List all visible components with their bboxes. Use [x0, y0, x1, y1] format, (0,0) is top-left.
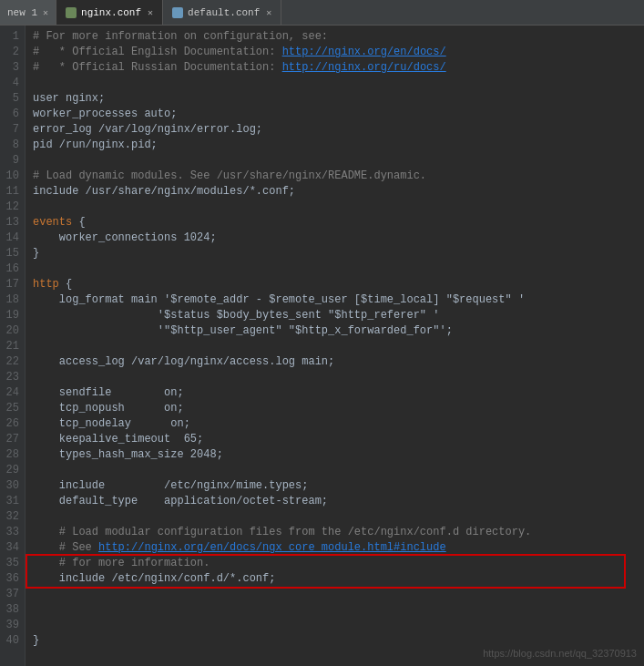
- line-number-16: 16: [4, 261, 19, 277]
- default-conf-close[interactable]: ✕: [266, 7, 271, 18]
- line-number-17: 17: [4, 277, 19, 292]
- code-line-32: [33, 509, 637, 525]
- code-line-26: tcp_nodelay on;: [33, 416, 637, 432]
- code-line-13: events {: [33, 215, 637, 231]
- line-number-19: 19: [4, 308, 19, 323]
- code-line-8: pid /run/nginx.pid;: [33, 138, 637, 153]
- watermark: https://blog.csdn.net/qq_32370913: [483, 648, 637, 659]
- line-number-37: 37: [4, 587, 19, 602]
- code-line-29: [33, 463, 637, 478]
- line-number-18: 18: [4, 292, 19, 308]
- editor: 1234567891011121314151617181920212223242…: [0, 26, 644, 666]
- code-line-36: include /etc/nginx/conf.d/*.conf;: [33, 571, 637, 587]
- code-line-40: }: [33, 633, 637, 649]
- line-number-7: 7: [4, 122, 19, 138]
- line-number-10: 10: [4, 169, 19, 184]
- code-line-19: '$status $body_bytes_sent "$http_referer…: [33, 308, 637, 323]
- nginx-conf-icon: [66, 7, 77, 18]
- code-line-12: [33, 200, 637, 215]
- new-tab[interactable]: new 1 ✕: [0, 0, 56, 25]
- code-line-15: }: [33, 246, 637, 261]
- code-line-9: [33, 153, 637, 169]
- code-line-23: [33, 370, 637, 385]
- code-line-33: # Load modular configuration files from …: [33, 525, 637, 540]
- line-number-21: 21: [4, 339, 19, 354]
- line-number-35: 35: [4, 556, 19, 571]
- code-line-10: # Load dynamic modules. See /usr/share/n…: [33, 169, 637, 184]
- line-numbers: 1234567891011121314151617181920212223242…: [0, 26, 26, 666]
- new-tab-label: new 1: [7, 7, 37, 18]
- nginx-conf-close[interactable]: ✕: [148, 7, 153, 18]
- code-line-22: access_log /var/log/nginx/access.log mai…: [33, 354, 637, 370]
- line-number-23: 23: [4, 370, 19, 385]
- line-number-32: 32: [4, 509, 19, 525]
- code-line-18: log_format main '$remote_addr - $remote_…: [33, 292, 637, 308]
- code-line-37: [33, 587, 637, 602]
- code-line-14: worker_connections 1024;: [33, 231, 637, 246]
- line-number-36: 36: [4, 571, 19, 587]
- tab-nginx-conf[interactable]: nginx.conf ✕: [56, 0, 163, 25]
- tab-bar: new 1 ✕ nginx.conf ✕ default.conf ✕: [0, 0, 644, 26]
- code-line-11: include /usr/share/nginx/modules/*.conf;: [33, 184, 637, 200]
- code-line-7: error_log /var/log/nginx/error.log;: [33, 122, 637, 138]
- line-number-27: 27: [4, 432, 19, 447]
- code-line-4: [33, 76, 637, 91]
- line-number-13: 13: [4, 215, 19, 231]
- line-number-11: 11: [4, 184, 19, 200]
- line-number-33: 33: [4, 525, 19, 540]
- code-line-21: [33, 339, 637, 354]
- line-number-5: 5: [4, 91, 19, 107]
- line-number-26: 26: [4, 416, 19, 432]
- code-line-28: types_hash_max_size 2048;: [33, 447, 637, 463]
- default-conf-icon: [172, 7, 183, 18]
- line-number-4: 4: [4, 76, 19, 91]
- new-tab-close[interactable]: ✕: [43, 7, 48, 18]
- code-line-24: sendfile on;: [33, 385, 637, 401]
- code-line-31: default_type application/octet-stream;: [33, 494, 637, 509]
- code-line-27: keepalive_timeout 65;: [33, 432, 637, 447]
- line-number-40: 40: [4, 633, 19, 649]
- line-number-29: 29: [4, 463, 19, 478]
- line-number-20: 20: [4, 323, 19, 339]
- code-line-16: [33, 261, 637, 277]
- line-number-8: 8: [4, 138, 19, 153]
- line-number-39: 39: [4, 618, 19, 633]
- code-line-39: [33, 618, 637, 633]
- code-line-5: user nginx;: [33, 91, 637, 107]
- line-number-6: 6: [4, 107, 19, 122]
- line-number-28: 28: [4, 447, 19, 463]
- code-line-1: # For more information on configuration,…: [33, 29, 637, 45]
- line-number-30: 30: [4, 478, 19, 494]
- tab-default-conf[interactable]: default.conf ✕: [163, 0, 281, 25]
- line-number-3: 3: [4, 60, 19, 76]
- line-number-14: 14: [4, 231, 19, 246]
- tab-nginx-conf-label: nginx.conf: [81, 7, 141, 18]
- line-number-24: 24: [4, 385, 19, 401]
- line-number-31: 31: [4, 494, 19, 509]
- line-number-9: 9: [4, 153, 19, 169]
- code-line-3: # * Official Russian Documentation: http…: [33, 60, 637, 76]
- line-number-12: 12: [4, 200, 19, 215]
- code-line-20: '"$http_user_agent" "$http_x_forwarded_f…: [33, 323, 637, 339]
- line-number-15: 15: [4, 246, 19, 261]
- code-line-25: tcp_nopush on;: [33, 401, 637, 416]
- code-line-38: [33, 602, 637, 618]
- line-number-25: 25: [4, 401, 19, 416]
- code-line-17: http {: [33, 277, 637, 292]
- line-number-22: 22: [4, 354, 19, 370]
- code-line-34: # See http://nginx.org/en/docs/ngx_core_…: [33, 540, 637, 556]
- code-line-6: worker_processes auto;: [33, 107, 637, 122]
- line-number-38: 38: [4, 602, 19, 618]
- line-number-2: 2: [4, 45, 19, 60]
- tab-default-conf-label: default.conf: [188, 7, 260, 18]
- code-line-2: # * Official English Documentation: http…: [33, 45, 637, 60]
- code-area[interactable]: # For more information on configuration,…: [26, 26, 644, 666]
- line-number-1: 1: [4, 29, 19, 45]
- code-line-30: include /etc/nginx/mime.types;: [33, 478, 637, 494]
- line-number-34: 34: [4, 540, 19, 556]
- code-line-35: # for more information.: [33, 556, 637, 571]
